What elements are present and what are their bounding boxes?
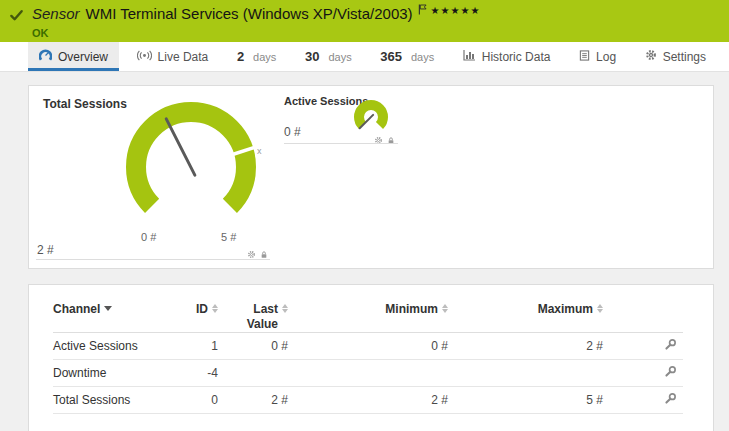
channel-settings-wrench-icon[interactable] [664, 338, 677, 354]
bar-chart-icon [463, 49, 476, 64]
sensor-title: WMI Terminal Services (Windows XP/Vista/… [86, 5, 413, 22]
tab-365-days-number: 365 [380, 49, 402, 64]
gauge-max-marker: x [257, 146, 262, 156]
total-sessions-gauge-title: Total Sessions [43, 97, 127, 111]
channel-id: 1 [183, 339, 218, 353]
tab-settings-label: Settings [663, 50, 706, 64]
priority-stars[interactable]: ★★★★★ [431, 5, 481, 16]
column-header-channel-label: Channel [53, 302, 100, 316]
total-sessions-gauge-controls [247, 245, 268, 263]
channel-last-value: 0 # [218, 339, 288, 353]
active-sessions-gauge-controls [374, 131, 395, 149]
total-sessions-scale-max: 5 # [221, 231, 236, 243]
column-header-maximum-label: Maximum [538, 302, 593, 316]
channel-maximum: 5 # [448, 393, 603, 407]
tab-365-days-unit: days [411, 51, 434, 63]
channel-table-header: Channel ID Last Value Minimum Maximum [53, 297, 683, 333]
tab-30-days[interactable]: 30 days [294, 42, 363, 71]
total-sessions-gauge [116, 92, 266, 242]
column-header-minimum-label: Minimum [385, 302, 438, 316]
channel-settings-wrench-icon[interactable] [664, 365, 677, 381]
gauge-pin-lock-icon[interactable] [260, 245, 268, 263]
status-ok-icon [9, 8, 24, 27]
gear-icon [645, 49, 657, 64]
sort-arrows-icon [597, 304, 603, 313]
gauge-settings-gear-icon[interactable] [374, 131, 383, 149]
sensor-kind-label: Sensor [32, 5, 80, 22]
tab-live-data[interactable]: Live Data [126, 42, 220, 71]
tab-bar: Overview Live Data 2 days 30 days 365 da… [0, 42, 729, 72]
column-header-id[interactable]: ID [183, 302, 218, 316]
column-header-id-label: ID [196, 302, 208, 316]
column-header-last-value-label: Last Value [236, 302, 278, 332]
table-row-downtime: Downtime -4 [53, 360, 683, 387]
flag-icon[interactable] [418, 1, 427, 19]
channel-minimum: 2 # [288, 393, 448, 407]
tab-overview-label: Overview [58, 50, 108, 64]
tab-log[interactable]: Log [568, 42, 627, 71]
tab-2-days[interactable]: 2 days [226, 42, 287, 71]
gauge-pin-lock-icon[interactable] [387, 131, 395, 149]
sort-caret-icon [104, 306, 112, 311]
tab-log-label: Log [596, 50, 616, 64]
table-row-active-sessions: Active Sessions 1 0 # 0 # 2 # [53, 333, 683, 360]
tab-2-days-number: 2 [237, 49, 244, 64]
channel-last-value: 2 # [218, 393, 288, 407]
gauges-panel: Total Sessions 0 # 5 # x 2 # [28, 85, 714, 269]
channel-name: Active Sessions [53, 339, 183, 353]
gauge-block-divider [284, 143, 398, 144]
log-document-icon [579, 50, 590, 64]
channel-name: Downtime [53, 366, 183, 380]
tab-historic-data[interactable]: Historic Data [452, 42, 562, 71]
overview-content: Total Sessions 0 # 5 # x 2 # [0, 72, 729, 431]
tab-365-days[interactable]: 365 days [369, 42, 445, 71]
column-header-channel[interactable]: Channel [53, 302, 183, 316]
tab-settings[interactable]: Settings [634, 42, 717, 71]
total-sessions-scale-min: 0 # [141, 231, 156, 243]
gauge-block-divider [36, 259, 270, 260]
channel-id: -4 [183, 366, 218, 380]
total-sessions-value: 2 # [37, 243, 54, 257]
tab-live-data-label: Live Data [158, 50, 209, 64]
sensor-status-text: OK [32, 27, 480, 39]
channel-settings-wrench-icon[interactable] [664, 392, 677, 408]
tab-2-days-unit: days [253, 51, 276, 63]
tab-30-days-number: 30 [305, 49, 319, 64]
active-sessions-value: 0 # [284, 125, 301, 139]
tab-historic-data-label: Historic Data [482, 50, 551, 64]
gauge-settings-gear-icon[interactable] [247, 245, 256, 263]
sensor-header-text: Sensor WMI Terminal Services (Windows XP… [32, 5, 480, 39]
column-header-minimum[interactable]: Minimum [288, 302, 448, 316]
tab-30-days-unit: days [328, 51, 351, 63]
channel-minimum: 0 # [288, 339, 448, 353]
gauge-icon [39, 49, 52, 65]
column-header-last-value[interactable]: Last Value [218, 302, 288, 332]
column-header-maximum[interactable]: Maximum [448, 302, 603, 316]
channel-table-panel: Channel ID Last Value Minimum Maximum [28, 284, 714, 431]
channel-name: Total Sessions [53, 393, 183, 407]
sensor-header: Sensor WMI Terminal Services (Windows XP… [0, 0, 729, 42]
live-data-icon [137, 50, 152, 64]
channel-id: 0 [183, 393, 218, 407]
channel-maximum: 2 # [448, 339, 603, 353]
tab-overview[interactable]: Overview [28, 42, 119, 71]
table-row-total-sessions: Total Sessions 0 2 # 2 # 5 # [53, 387, 683, 414]
